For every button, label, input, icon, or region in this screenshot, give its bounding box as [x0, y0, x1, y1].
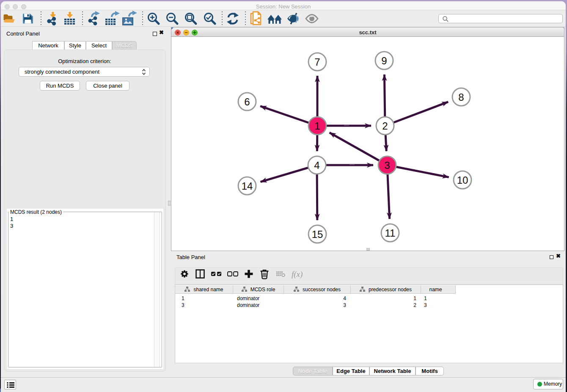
svg-text:7: 7	[314, 56, 320, 68]
svg-text:2: 2	[382, 120, 388, 132]
svg-text:15: 15	[312, 229, 323, 240]
svg-text:3: 3	[384, 160, 390, 171]
svg-text:9: 9	[381, 55, 387, 66]
svg-text:10: 10	[457, 174, 468, 186]
svg-text:4: 4	[314, 160, 319, 171]
svg-text:f(x): f(x)	[292, 270, 303, 279]
svg-text:1: 1	[314, 120, 320, 132]
svg-text:8: 8	[458, 91, 464, 103]
svg-text:11: 11	[385, 227, 396, 239]
svg-text:6: 6	[244, 96, 250, 108]
svg-text:14: 14	[242, 180, 253, 192]
